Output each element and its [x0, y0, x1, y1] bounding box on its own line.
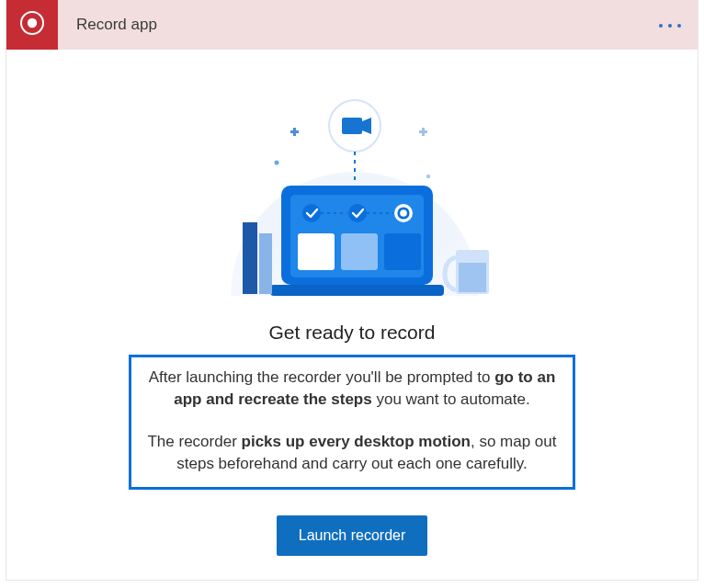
recorder-illustration [189, 75, 516, 305]
svg-point-2 [659, 24, 663, 28]
desc1-part1: After launching the recorder you'll be p… [149, 368, 495, 386]
svg-point-17 [394, 204, 413, 222]
description-highlight-box: After launching the recorder you'll be p… [129, 355, 575, 490]
desc2-bold: picks up every desktop motion [242, 433, 471, 450]
record-app-window: Record app [6, 0, 698, 581]
svg-point-15 [348, 204, 367, 222]
svg-point-13 [302, 204, 321, 222]
svg-rect-22 [243, 222, 257, 294]
record-icon [19, 10, 45, 40]
launch-recorder-button[interactable]: Launch recorder [277, 515, 428, 556]
header-bar: Record app [6, 0, 698, 50]
svg-rect-23 [259, 233, 272, 294]
svg-point-1 [28, 18, 37, 28]
svg-point-5 [274, 161, 278, 165]
svg-rect-19 [298, 233, 335, 270]
svg-point-6 [426, 175, 429, 178]
header-title: Record app [58, 16, 642, 34]
svg-rect-25 [459, 263, 486, 292]
more-options-button[interactable] [642, 0, 698, 50]
svg-rect-21 [384, 233, 421, 270]
content-area: Get ready to record After launching the … [6, 50, 698, 580]
desc2-part1: The recorder [147, 433, 241, 450]
svg-rect-12 [270, 285, 444, 296]
svg-point-3 [668, 24, 672, 28]
section-heading: Get ready to record [269, 322, 436, 344]
description-paragraph-2: The recorder picks up every desktop moti… [141, 431, 563, 475]
description-paragraph-1: After launching the recorder you'll be p… [141, 367, 563, 411]
desc1-part2: you want to automate. [372, 390, 530, 408]
svg-rect-8 [342, 118, 362, 134]
app-icon-box [6, 0, 58, 50]
svg-rect-20 [341, 233, 378, 270]
more-dots-icon [657, 17, 683, 33]
svg-point-4 [677, 24, 681, 28]
